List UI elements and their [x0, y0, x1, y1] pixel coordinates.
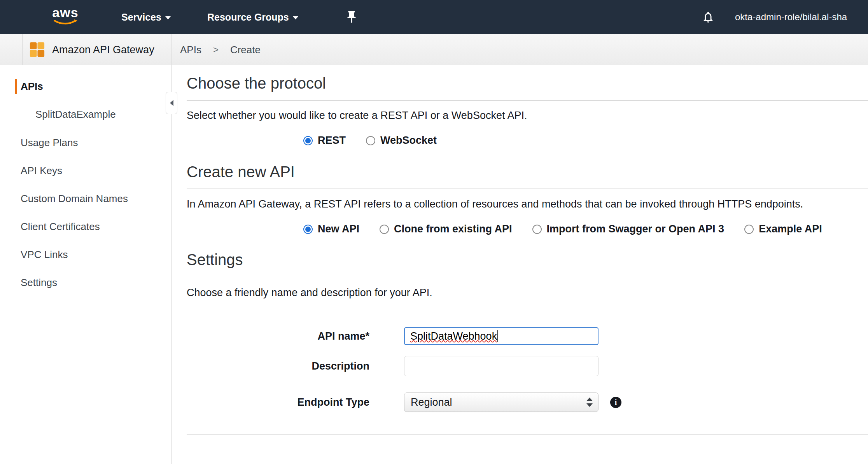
- sidebar-item-splitdataexample[interactable]: SplitDataExample: [35, 106, 116, 122]
- description-row: Description: [187, 356, 598, 376]
- divider: [22, 34, 23, 65]
- collapse-sidebar-icon: [170, 100, 173, 106]
- endpoint-type-label: Endpoint Type: [187, 396, 369, 408]
- aws-logo[interactable]: aws: [50, 5, 81, 27]
- radio-import-swagger[interactable]: [532, 225, 542, 234]
- top-navigation-bar: aws Services Resource Groups okta-admin-…: [0, 0, 868, 34]
- nav-resource-groups-menu[interactable]: Resource Groups: [207, 0, 298, 34]
- radio-option-websocket[interactable]: WebSocket: [366, 134, 437, 147]
- radio-option-import-swagger[interactable]: Import from Swagger or Open API 3: [532, 223, 724, 235]
- breadcrumb-separator: >: [213, 44, 219, 55]
- active-item-indicator: [15, 79, 17, 94]
- radio-new-api-label: New API: [318, 223, 359, 235]
- radio-option-new-api[interactable]: New API: [303, 223, 359, 235]
- aws-smile: [53, 19, 77, 25]
- api-name-value: SplitDataWebhook: [410, 330, 497, 342]
- breadcrumb-create: Create: [230, 44, 261, 56]
- sidebar-item-api-keys[interactable]: API Keys: [21, 163, 62, 178]
- sidebar-item-settings[interactable]: Settings: [21, 275, 57, 290]
- radio-example-api[interactable]: [744, 225, 754, 234]
- radio-clone-label: Clone from existing API: [394, 223, 512, 235]
- radio-clone[interactable]: [380, 225, 389, 234]
- api-name-input[interactable]: SplitDataWebhook: [404, 327, 598, 345]
- description-input[interactable]: [404, 356, 598, 376]
- aws-logo-text: aws: [50, 5, 81, 19]
- aws-console-screen: aws Services Resource Groups okta-admin-…: [0, 0, 868, 464]
- endpoint-type-value: Regional: [411, 396, 452, 408]
- radio-example-api-label: Example API: [759, 223, 822, 235]
- nav-resource-groups-label: Resource Groups: [207, 12, 289, 23]
- radio-option-example-api[interactable]: Example API: [744, 223, 822, 235]
- main-content: Choose the protocol Select whether you w…: [187, 65, 868, 464]
- divider: [187, 188, 868, 188]
- account-menu[interactable]: okta-admin-role/bilal.al-sha: [735, 0, 868, 34]
- section-title-create-new-api: Create new API: [187, 163, 295, 181]
- sidebar-item-apis[interactable]: APIs: [21, 78, 43, 94]
- nav-services-label: Services: [121, 12, 161, 23]
- breadcrumb-bar: Amazon API Gateway APIs > Create: [0, 34, 868, 65]
- section-title-settings: Settings: [187, 251, 243, 269]
- pin-icon[interactable]: [345, 10, 359, 24]
- breadcrumb-apis[interactable]: APIs: [180, 44, 201, 56]
- radio-option-rest[interactable]: REST: [303, 134, 346, 147]
- radio-import-swagger-label: Import from Swagger or Open API 3: [547, 223, 724, 235]
- section-title-choose-protocol: Choose the protocol: [187, 75, 326, 92]
- text-caret: [497, 330, 498, 342]
- sidebar-item-custom-domain-names[interactable]: Custom Domain Names: [21, 191, 128, 206]
- protocol-radio-group: REST WebSocket: [303, 134, 437, 147]
- radio-rest-label: REST: [318, 134, 346, 147]
- service-name[interactable]: Amazon API Gateway: [52, 34, 154, 65]
- protocol-description: Select whether you would like to create …: [187, 109, 860, 122]
- radio-rest[interactable]: [303, 136, 313, 145]
- chevron-down-icon: [165, 16, 171, 19]
- radio-new-api[interactable]: [303, 225, 313, 234]
- endpoint-type-row: Endpoint Type Regional: [187, 392, 598, 412]
- sidebar-item-usage-plans[interactable]: Usage Plans: [21, 135, 78, 150]
- settings-description: Choose a friendly name and description f…: [187, 286, 860, 299]
- create-api-radio-group: New API Clone from existing API Import f…: [303, 223, 822, 235]
- divider: [172, 34, 172, 65]
- radio-websocket[interactable]: [366, 136, 375, 145]
- endpoint-type-select[interactable]: Regional: [404, 392, 598, 412]
- sidebar: APIs SplitDataExample Usage Plans API Ke…: [0, 65, 172, 464]
- api-name-row: API name* SplitDataWebhook: [187, 326, 598, 346]
- description-label: Description: [187, 360, 369, 372]
- api-name-label: API name*: [187, 330, 369, 342]
- create-api-description: In Amazon API Gateway, a REST API refers…: [187, 197, 860, 211]
- api-gateway-icon: [28, 40, 46, 59]
- chevron-down-icon: [293, 16, 298, 19]
- info-icon[interactable]: i: [610, 397, 621, 408]
- bell-icon[interactable]: [702, 10, 715, 24]
- divider: [187, 434, 868, 435]
- sidebar-item-vpc-links[interactable]: VPC Links: [21, 247, 68, 262]
- radio-option-clone[interactable]: Clone from existing API: [380, 223, 512, 235]
- sidebar-collapse-button[interactable]: [166, 92, 177, 114]
- radio-websocket-label: WebSocket: [380, 134, 437, 147]
- sidebar-item-client-certificates[interactable]: Client Certificates: [21, 219, 100, 234]
- nav-services-menu[interactable]: Services: [121, 0, 171, 34]
- divider: [187, 100, 868, 101]
- breadcrumb: APIs > Create: [180, 34, 261, 65]
- account-label: okta-admin-role/bilal.al-sha: [735, 12, 847, 23]
- select-arrows-icon: [586, 393, 593, 412]
